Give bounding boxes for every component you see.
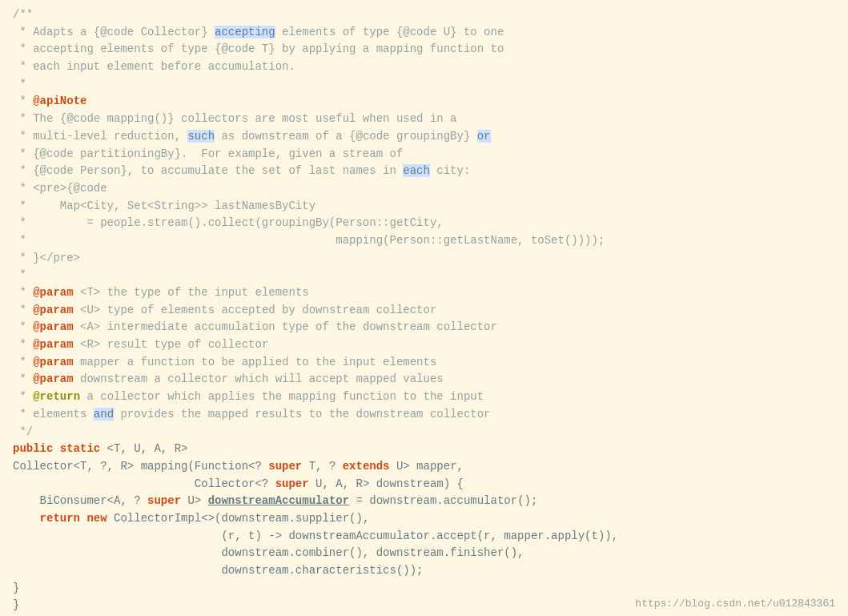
code-line: * The {@code mapping()} collectors are m… bbox=[13, 111, 835, 128]
code-line: return new CollectorImpl<>(downstream.su… bbox=[13, 510, 835, 528]
code-line: * @param <T> the type of the input eleme… bbox=[13, 284, 835, 302]
code-line: * each input element before accumulation… bbox=[13, 58, 835, 76]
code-line: Collector<? super U, A, R> downstream) { bbox=[13, 476, 835, 493]
code-line: } bbox=[13, 580, 835, 598]
code-line: * mapping(Person::getLastName, toSet()))… bbox=[13, 232, 835, 250]
code-line: * @return a collector which applies the … bbox=[13, 389, 835, 406]
code-line: * @param downstream a collector which wi… bbox=[13, 371, 835, 389]
code-line: BiConsumer<A, ? super U> downstreamAccum… bbox=[13, 493, 835, 510]
code-line: * }</pre> bbox=[13, 250, 835, 268]
code-line: (r, t) -> downstreamAccumulator.accept(r… bbox=[13, 528, 835, 546]
code-line: * {@code partitioningBy}. For example, g… bbox=[13, 146, 835, 163]
code-line: * @param <R> result type of collector bbox=[13, 336, 835, 354]
code-line: * bbox=[13, 267, 835, 284]
code-line: * bbox=[13, 76, 835, 94]
code-line: * @param <A> intermediate accumulation t… bbox=[13, 319, 835, 336]
watermark: https://blog.csdn.net/u012843361 bbox=[635, 596, 835, 612]
code-line: * <pre>{@code bbox=[13, 180, 835, 198]
code-line: * accepting elements of type {@code T} b… bbox=[13, 41, 835, 58]
code-line: * @param <U> type of elements accepted b… bbox=[13, 302, 835, 320]
code-line: * Map<City, Set<String>> lastNamesByCity bbox=[13, 198, 835, 215]
code-line: * elements and provides the mapped resul… bbox=[13, 406, 835, 424]
code-line: * @apiNote bbox=[13, 93, 835, 111]
code-line: * Adapts a {@code Collector} accepting e… bbox=[13, 24, 835, 42]
code-line: * multi-level reduction, such as downstr… bbox=[13, 128, 835, 146]
code-line: */ bbox=[13, 424, 835, 441]
code-line: downstream.combiner(), downstream.finish… bbox=[13, 545, 835, 562]
code-line: * = people.stream().collect(groupingBy(P… bbox=[13, 215, 835, 232]
code-viewer: /** * Adapts a {@code Collector} accepti… bbox=[0, 0, 848, 616]
code-line: public static <T, U, A, R> bbox=[13, 441, 835, 458]
code-line: /** bbox=[13, 6, 835, 24]
code-line: downstream.characteristics()); bbox=[13, 562, 835, 580]
code-line: * {@code Person}, to accumulate the set … bbox=[13, 163, 835, 180]
code-line: * @param mapper a function to be applied… bbox=[13, 354, 835, 372]
code-line: Collector<T, ?, R> mapping(Function<? su… bbox=[13, 458, 835, 476]
